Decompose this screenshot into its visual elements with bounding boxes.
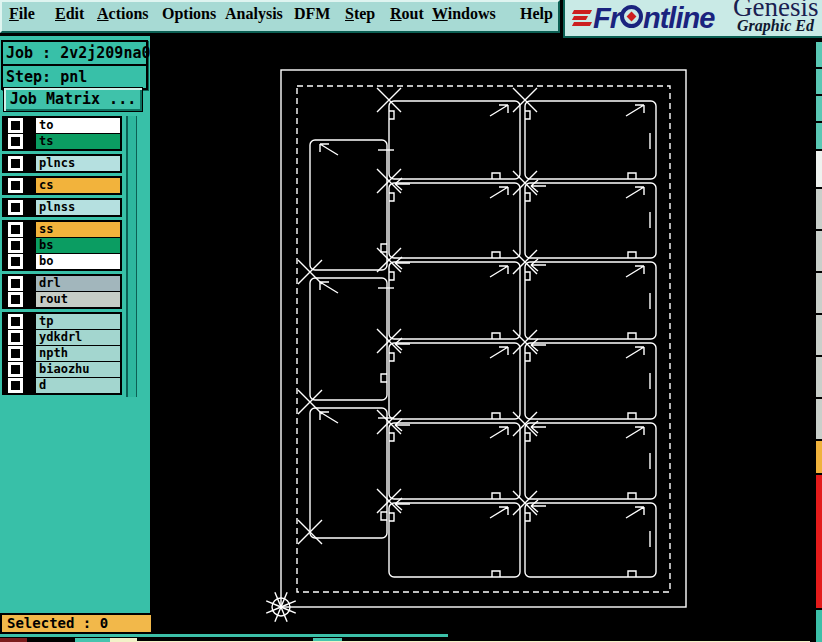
layer-checkbox-cs[interactable] (8, 178, 23, 193)
layer-checkbox-bo[interactable] (8, 254, 23, 269)
layer-name-ss[interactable]: ss (36, 222, 120, 237)
menu-item-step[interactable]: Step (345, 5, 375, 23)
layer-checkbox-tp[interactable] (8, 314, 23, 329)
layer-row-cs: cs (4, 178, 120, 193)
bottom-toolbar-cell[interactable] (0, 638, 27, 642)
layer-name-rout[interactable]: rout (36, 292, 120, 307)
layer-name-ydkdrl[interactable]: ydkdrl (36, 330, 120, 345)
layer-row-plncs: plncs (4, 156, 120, 171)
menu-item-rout[interactable]: Rout (390, 5, 424, 23)
layer-group: plncs (2, 154, 122, 173)
layer-checkbox-drl[interactable] (8, 276, 23, 291)
product-subtitle: Graphic Ed (737, 17, 814, 35)
layer-row-drl: drl (4, 276, 120, 291)
right-toolbar-button[interactable] (816, 189, 822, 231)
menu-bar: FileEditActionsOptionsAnalysisDFMStepRou… (0, 0, 560, 33)
layer-name-biaozhu[interactable]: biaozhu (36, 362, 120, 377)
layer-name-ts[interactable]: ts (36, 134, 120, 149)
layer-row-bo: bo (4, 254, 120, 269)
selected-count-bar: Selected : 0 (0, 613, 153, 634)
layer-name-plncs[interactable]: plncs (36, 156, 120, 171)
job-label: Job : 2v2j209na0 (3, 42, 146, 66)
right-toolbar-button[interactable] (816, 231, 822, 273)
menu-item-dfm[interactable]: DFM (294, 5, 330, 23)
menu-item-file[interactable]: File (9, 5, 35, 23)
job-info-box: Job : 2v2j209na0 Step: pnl (1, 40, 148, 90)
layer-group: plnss (2, 198, 122, 217)
layer-row-biaozhu: biaozhu (4, 362, 120, 377)
right-toolbar-button[interactable] (816, 123, 822, 151)
menu-item-help[interactable]: Help (520, 5, 553, 23)
layer-checkbox-ydkdrl[interactable] (8, 330, 23, 345)
layer-row-ydkdrl: ydkdrl (4, 330, 120, 345)
layer-row-bs: bs (4, 238, 120, 253)
layer-name-d[interactable]: d (36, 378, 120, 393)
layer-name-cs[interactable]: cs (36, 178, 120, 193)
layer-checkbox-rout[interactable] (8, 292, 23, 307)
bottom-toolbar-cell[interactable] (110, 638, 137, 642)
layer-checkbox-bs[interactable] (8, 238, 23, 253)
layer-checkbox-ss[interactable] (8, 222, 23, 237)
layer-checkbox-d[interactable] (8, 378, 23, 393)
layer-checkbox-plnss[interactable] (8, 200, 23, 215)
right-toolbar-button[interactable] (816, 610, 822, 642)
layer-name-drl[interactable]: drl (36, 276, 120, 291)
brand-text: Frntline (593, 3, 714, 33)
right-toolbar-button[interactable] (816, 441, 822, 475)
layer-list: totsplncscsplnssssbsbodrlrouttpydkdrlnpt… (2, 116, 122, 398)
sidebar: Job : 2v2j209na0 Step: pnl Job Matrix ..… (0, 36, 150, 613)
genesis-graphic-editor-window: FileEditActionsOptionsAnalysisDFMStepRou… (0, 0, 822, 642)
right-toolbar-button[interactable] (816, 96, 822, 123)
layer-row-npth: npth (4, 346, 120, 361)
right-toolbar-button[interactable] (816, 399, 822, 441)
layer-checkbox-plncs[interactable] (8, 156, 23, 171)
layer-name-npth[interactable]: npth (36, 346, 120, 361)
logo-target-icon (620, 5, 643, 28)
menu-item-analysis[interactable]: Analysis (225, 5, 283, 23)
right-toolbar-button[interactable] (816, 69, 822, 96)
bottom-toolbar-cell[interactable] (27, 638, 75, 642)
layer-row-to: to (4, 118, 120, 133)
layer-group: tpydkdrlnpthbiaozhud (2, 312, 122, 395)
layer-row-tp: tp (4, 314, 120, 329)
layer-group: cs (2, 176, 122, 195)
layer-name-to[interactable]: to (36, 118, 120, 133)
right-toolbar-button[interactable] (816, 151, 822, 189)
frontline-logo: Frntline (573, 3, 714, 33)
right-toolbar-button[interactable] (816, 315, 822, 357)
logo-speedlines-icon (573, 8, 591, 28)
right-toolbar-button[interactable] (816, 273, 822, 315)
menu-item-options[interactable]: Options (162, 5, 216, 23)
layer-name-bs[interactable]: bs (36, 238, 120, 253)
job-matrix-button[interactable]: Job Matrix ... (3, 87, 143, 112)
menu-item-actions[interactable]: Actions (97, 5, 149, 23)
layer-group: drlrout (2, 274, 122, 309)
layer-name-plnss[interactable]: plnss (36, 200, 120, 215)
layer-row-d: d (4, 378, 120, 393)
layer-row-ss: ss (4, 222, 120, 237)
right-toolbar-strip (815, 42, 822, 642)
logo-panel: Frntline Genesis Graphic Ed (563, 0, 822, 38)
menu-item-edit[interactable]: Edit (55, 5, 84, 23)
menu-item-windows[interactable]: Windows (432, 5, 496, 23)
layer-checkbox-ts[interactable] (8, 134, 23, 149)
layer-row-plnss: plnss (4, 200, 120, 215)
bottom-toolbar-cell[interactable] (75, 638, 110, 642)
layer-checkbox-biaozhu[interactable] (8, 362, 23, 377)
layer-name-bo[interactable]: bo (36, 254, 120, 269)
layer-group: tots (2, 116, 122, 151)
layer-list-scroll-groove[interactable] (126, 116, 137, 397)
layer-name-tp[interactable]: tp (36, 314, 120, 329)
right-toolbar-button[interactable] (816, 357, 822, 399)
step-label: Step: pnl (3, 66, 146, 88)
right-toolbar-button[interactable] (816, 42, 822, 69)
right-toolbar-button[interactable] (816, 475, 822, 610)
layer-group: ssbsbo (2, 220, 122, 271)
layer-row-rout: rout (4, 292, 120, 307)
layer-checkbox-to[interactable] (8, 118, 23, 133)
layer-checkbox-npth[interactable] (8, 346, 23, 361)
layer-row-ts: ts (4, 134, 120, 149)
